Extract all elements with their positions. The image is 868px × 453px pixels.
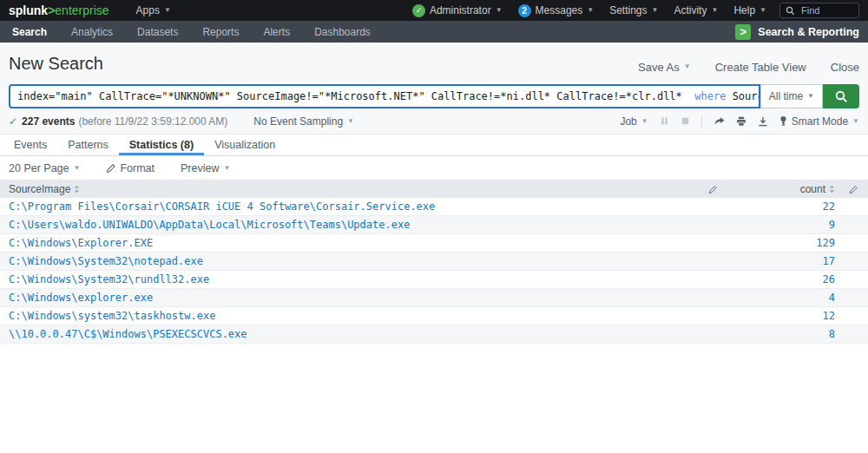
preview-dropdown[interactable]: Preview▼ — [181, 162, 230, 174]
nav-item-datasets[interactable]: Datasets — [125, 21, 190, 43]
chevron-down-icon: ▼ — [652, 7, 659, 14]
source-image-link[interactable]: C:\Windows\Explorer.EXE — [9, 237, 153, 249]
find-input[interactable] — [799, 4, 853, 16]
help-menu[interactable]: Help▼ — [726, 0, 774, 21]
table-header: SourceImage count — [0, 180, 868, 198]
statistics-table: SourceImage count C:\Program Files\Corsa… — [0, 180, 868, 344]
table-row: C:\Windows\System32\rundll32.exe26 — [0, 271, 868, 289]
time-range-picker[interactable]: All time▼ — [760, 84, 823, 108]
table-row: C:\Program Files\Corsair\CORSAIR iCUE 4 … — [0, 198, 868, 216]
table-row: C:\Users\waldo.UNIWALDO\AppData\Local\Mi… — [0, 216, 868, 234]
column-header-count[interactable]: count — [726, 183, 838, 195]
count-link[interactable]: 9 — [829, 219, 835, 231]
chevron-down-icon: ▼ — [807, 93, 814, 100]
export-button[interactable] — [758, 116, 768, 127]
chevron-down-icon: ▼ — [641, 118, 648, 125]
job-status-bar: ✓ 227 events (before 11/9/22 3:59:12.000… — [0, 108, 868, 135]
nav-item-search[interactable]: Search — [0, 21, 59, 43]
count-link[interactable]: 129 — [816, 237, 835, 249]
chevron-down-icon: ▼ — [852, 118, 859, 125]
edit-column-count-icon[interactable] — [849, 185, 858, 194]
chevron-down-icon: ▼ — [74, 165, 81, 172]
source-image-link[interactable]: C:\Windows\system32\taskhostw.exe — [9, 310, 215, 322]
user-menu[interactable]: ✓ Administrator▼ — [404, 0, 510, 21]
search-mode-dropdown[interactable]: Smart Mode▼ — [779, 115, 859, 128]
close-button[interactable]: Close — [831, 61, 859, 74]
stop-button[interactable] — [681, 116, 690, 126]
lightbulb-icon — [779, 115, 787, 127]
nav-item-analytics[interactable]: Analytics — [59, 21, 125, 43]
chevron-down-icon: ▼ — [711, 7, 718, 14]
splunk-logo[interactable]: splunk>enterprise — [9, 3, 109, 17]
count-link[interactable]: 26 — [823, 273, 835, 286]
top-bar: splunk>enterprise Apps▼ ✓ Administrator▼… — [0, 0, 868, 21]
job-menu[interactable]: Job▼ — [620, 115, 648, 128]
nav-item-reports[interactable]: Reports — [190, 21, 251, 43]
nav-item-dashboards[interactable]: Dashboards — [302, 21, 383, 43]
results-toolbar: 20 Per Page▼ Format Preview▼ — [0, 156, 868, 180]
tab-visualization[interactable]: Visualization — [204, 135, 286, 155]
create-table-view-button[interactable]: Create Table View — [715, 61, 806, 74]
source-image-link[interactable]: C:\Windows\explorer.exe — [9, 292, 153, 304]
events-count: 227 events — [22, 115, 75, 128]
search-button[interactable] — [823, 84, 859, 108]
event-sampling-dropdown[interactable]: No Event Sampling▼ — [253, 115, 354, 128]
results-tabs: EventsPatternsStatistics (8)Visualizatio… — [0, 135, 868, 156]
chevron-down-icon: ▼ — [347, 118, 354, 125]
per-page-dropdown[interactable]: 20 Per Page▼ — [9, 162, 80, 174]
table-row: C:\Windows\system32\taskhostw.exe12 — [0, 307, 868, 325]
source-image-link[interactable]: C:\Windows\System32\rundll32.exe — [9, 273, 209, 286]
events-time-range: (before 11/9/22 3:59:12.000 AM) — [78, 115, 227, 128]
save-as-button[interactable]: Save As▼ — [638, 61, 691, 74]
count-link[interactable]: 17 — [823, 255, 835, 267]
table-row: C:\Windows\Explorer.EXE129 — [0, 234, 868, 253]
tab-events[interactable]: Events — [3, 135, 57, 155]
table-body: C:\Program Files\Corsair\CORSAIR iCUE 4 … — [0, 198, 868, 344]
current-app[interactable]: > Search & Reporting — [735, 24, 859, 40]
edit-column-sourceimage-icon[interactable] — [708, 185, 717, 194]
count-link[interactable]: 12 — [823, 310, 835, 322]
messages-count-badge: 2 — [518, 4, 531, 17]
search-header: New Search Save As▼ Create Table View Cl… — [0, 43, 868, 108]
count-link[interactable]: 22 — [823, 200, 835, 213]
chevron-down-icon: ▼ — [223, 165, 230, 172]
topbar-right: ✓ Administrator▼ 2 Messages▼ Settings▼ A… — [404, 0, 868, 21]
count-link[interactable]: 4 — [829, 292, 835, 304]
source-image-link[interactable]: C:\Program Files\Corsair\CORSAIR iCUE 4 … — [9, 200, 435, 213]
table-row: C:\Windows\System32\notepad.exe17 — [0, 253, 868, 271]
tab-patterns[interactable]: Patterns — [57, 135, 119, 155]
apps-menu[interactable]: Apps▼ — [128, 0, 179, 21]
chevron-down-icon: ▼ — [587, 7, 594, 14]
source-image-link[interactable]: \\10.0.0.47\C$\Windows\PSEXECSCVCS.exe — [9, 328, 247, 340]
print-button[interactable] — [736, 116, 746, 127]
source-image-link[interactable]: C:\Windows\System32\notepad.exe — [9, 255, 203, 267]
pencil-icon — [106, 163, 115, 173]
tab-statistics[interactable]: Statistics (8) — [119, 135, 204, 155]
query-segment: index="main" CallTrace="*UNKNOWN*" Sourc… — [17, 90, 688, 102]
query-segment — [688, 90, 694, 102]
column-header-sourceimage[interactable]: SourceImage — [0, 183, 700, 195]
source-image-link[interactable]: C:\Users\waldo.UNIWALDO\AppData\Local\Mi… — [9, 219, 410, 231]
pause-button[interactable] — [660, 116, 669, 126]
chevron-down-icon: ▼ — [164, 7, 171, 14]
activity-menu[interactable]: Activity▼ — [666, 0, 726, 21]
nav-item-alerts[interactable]: Alerts — [251, 21, 302, 43]
job-controls: Job▼ Smart Mode▼ — [620, 115, 859, 128]
count-link[interactable]: 8 — [829, 328, 835, 340]
messages-menu[interactable]: 2 Messages▼ — [510, 0, 602, 21]
query-segment: SourceImage!=TargetImage | — [726, 90, 760, 102]
chevron-down-icon: ▼ — [496, 7, 503, 14]
settings-menu[interactable]: Settings▼ — [602, 0, 666, 21]
find-box[interactable] — [779, 3, 859, 18]
share-button[interactable] — [713, 116, 725, 127]
job-done-check-icon: ✓ — [9, 115, 17, 128]
search-icon — [786, 6, 795, 16]
chevron-down-icon: ▼ — [684, 63, 691, 70]
search-icon — [835, 90, 848, 103]
chevron-down-icon: ▼ — [760, 7, 766, 14]
search-query-input[interactable]: index="main" CallTrace="*UNKNOWN*" Sourc… — [9, 84, 760, 108]
header-actions: Save As▼ Create Table View Close — [638, 61, 859, 74]
sort-icon — [74, 185, 80, 194]
format-button[interactable]: Format — [106, 162, 155, 174]
sort-icon — [829, 185, 835, 194]
